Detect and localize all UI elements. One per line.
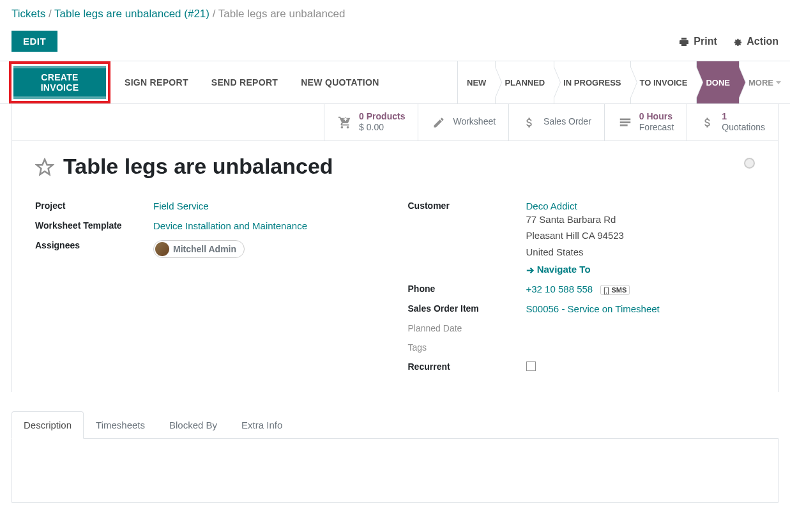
breadcrumb: Tickets / Table legs are unbalanced (#21… bbox=[0, 0, 790, 26]
create-invoice-highlight: CREATE INVOICE bbox=[9, 61, 110, 103]
chevron-down-icon bbox=[776, 81, 781, 84]
new-quotation-button[interactable]: NEW QUOTATION bbox=[292, 68, 388, 96]
stat-sales-order-label: Sales Order bbox=[543, 116, 591, 127]
stat-quotations-count: 1 bbox=[722, 111, 765, 122]
label-customer: Customer bbox=[408, 198, 526, 211]
edit-button[interactable]: EDIT bbox=[11, 31, 57, 52]
kanban-state-dot[interactable] bbox=[744, 158, 755, 169]
recurrent-checkbox[interactable] bbox=[526, 361, 536, 371]
action-button[interactable]: Action bbox=[733, 36, 779, 47]
customer-addr1: 77 Santa Barbara Rd bbox=[526, 211, 756, 228]
mobile-icon bbox=[604, 287, 609, 294]
tab-timesheets[interactable]: Timesheets bbox=[84, 411, 157, 438]
breadcrumb-root[interactable]: Tickets bbox=[11, 8, 45, 20]
sign-report-button[interactable]: SIGN REPORT bbox=[116, 68, 197, 96]
print-icon bbox=[679, 36, 692, 47]
tab-content bbox=[11, 439, 779, 503]
assignee-name: Mitchell Admin bbox=[173, 244, 236, 254]
record-title: Table legs are unbalanced bbox=[63, 154, 333, 179]
tab-extra-info[interactable]: Extra Info bbox=[229, 411, 294, 438]
action-row: CREATE INVOICE SIGN REPORT SEND REPORT N… bbox=[0, 61, 790, 104]
stat-products[interactable]: 0 Products $ 0.00 bbox=[324, 103, 418, 141]
stat-bar: 0 Products $ 0.00 Worksheet Sales Order … bbox=[11, 103, 779, 141]
dollar-icon bbox=[700, 114, 715, 129]
stat-hours-label: Forecast bbox=[639, 122, 674, 133]
status-new[interactable]: NEW bbox=[457, 61, 495, 103]
status-to-invoice[interactable]: TO INVOICE bbox=[630, 61, 697, 103]
sales-order-item-link[interactable]: S00056 - Service on Timesheet bbox=[526, 303, 660, 314]
status-in-progress[interactable]: IN PROGRESS bbox=[554, 61, 630, 103]
label-recurrent: Recurrent bbox=[408, 359, 526, 372]
label-project: Project bbox=[35, 198, 153, 211]
worksheet-template-link[interactable]: Device Installation and Maintenance bbox=[153, 220, 307, 231]
svg-point-1 bbox=[606, 293, 607, 293]
sms-button[interactable]: SMS bbox=[600, 285, 630, 295]
create-invoice-button[interactable]: CREATE INVOICE bbox=[13, 66, 106, 99]
label-sales-order-item: Sales Order Item bbox=[408, 301, 526, 314]
project-link[interactable]: Field Service bbox=[153, 201, 209, 211]
avatar bbox=[155, 242, 169, 256]
breadcrumb-parent[interactable]: Table legs are unbalanced (#21) bbox=[54, 8, 209, 20]
send-report-button[interactable]: SEND REPORT bbox=[202, 68, 287, 96]
stat-quotations[interactable]: 1 Quotations bbox=[687, 103, 778, 141]
stat-products-count: 0 Products bbox=[359, 111, 405, 122]
stat-hours[interactable]: 0 Hours Forecast bbox=[604, 103, 687, 141]
cart-icon bbox=[337, 114, 353, 130]
gear-icon bbox=[733, 36, 745, 47]
pencil-icon bbox=[431, 114, 446, 129]
tabs: Description Timesheets Blocked By Extra … bbox=[11, 411, 779, 439]
label-worksheet-template: Worksheet Template bbox=[35, 218, 153, 231]
form-sheet: Table legs are unbalanced Project Field … bbox=[11, 141, 779, 393]
label-planned-date: Planned Date bbox=[408, 321, 526, 333]
stat-worksheet[interactable]: Worksheet bbox=[418, 103, 508, 141]
print-button[interactable]: Print bbox=[679, 36, 717, 47]
list-icon bbox=[618, 114, 633, 130]
tab-blocked-by[interactable]: Blocked By bbox=[157, 411, 229, 438]
stat-quotations-label: Quotations bbox=[722, 122, 765, 133]
stat-hours-count: 0 Hours bbox=[639, 111, 674, 122]
stat-worksheet-label: Worksheet bbox=[453, 116, 496, 127]
customer-addr2: Pleasant Hill CA 94523 bbox=[526, 227, 756, 244]
customer-link[interactable]: Deco Addict bbox=[526, 201, 577, 211]
stat-products-amount: $ 0.00 bbox=[359, 122, 405, 133]
label-tags: Tags bbox=[408, 340, 526, 353]
assignee-tag[interactable]: Mitchell Admin bbox=[153, 240, 245, 258]
label-phone: Phone bbox=[408, 281, 526, 294]
arrow-right-icon bbox=[526, 266, 535, 275]
label-assignees: Assignees bbox=[35, 238, 153, 250]
status-pipeline: NEW PLANNED IN PROGRESS TO INVOICE DONE … bbox=[457, 61, 790, 103]
header-bar: EDIT Print Action bbox=[0, 26, 790, 61]
navigate-to-button[interactable]: Navigate To bbox=[526, 264, 591, 275]
phone-link[interactable]: +32 10 588 558 bbox=[526, 284, 593, 294]
dollar-icon bbox=[522, 114, 537, 129]
stat-sales-order[interactable]: Sales Order bbox=[508, 103, 604, 141]
star-icon[interactable] bbox=[35, 155, 54, 177]
tab-description[interactable]: Description bbox=[11, 411, 84, 439]
breadcrumb-current: Table legs are unbalanced bbox=[218, 8, 345, 20]
status-planned[interactable]: PLANNED bbox=[495, 61, 554, 103]
status-more[interactable]: MORE bbox=[739, 61, 790, 103]
customer-addr3: United States bbox=[526, 244, 756, 261]
